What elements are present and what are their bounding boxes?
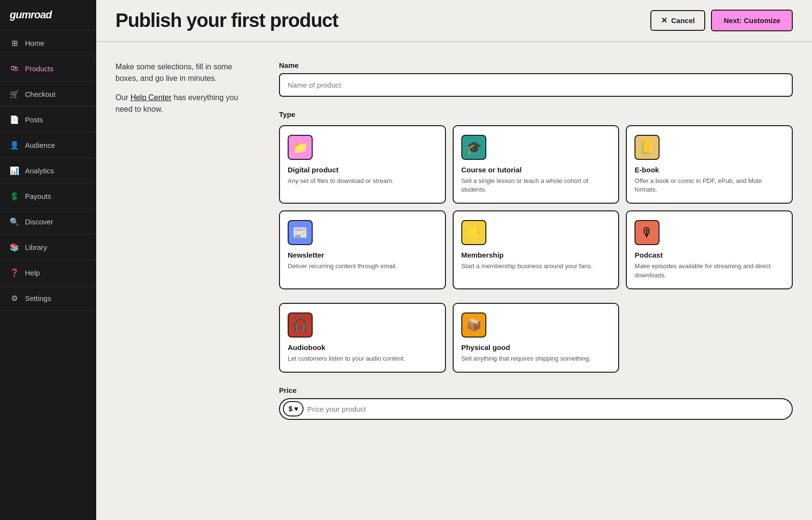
sidebar-item-library[interactable]: 📚 Library <box>0 234 96 260</box>
price-label: Price <box>279 386 793 394</box>
type-grid-bottom: 🎧 Audiobook Let customers listen to your… <box>279 303 793 373</box>
intro-text: Make some selections, fill in some boxes… <box>115 61 250 84</box>
type-name-course: Course or tutorial <box>461 166 611 174</box>
type-name-ebook: E-book <box>634 166 784 174</box>
sidebar-item-home[interactable]: ⊞ Home <box>0 30 96 56</box>
ebook-icon: 📒 <box>634 135 660 160</box>
sidebar-item-help[interactable]: ❓ Help <box>0 260 96 286</box>
sidebar-item-payouts[interactable]: 💲 Payouts <box>0 183 96 209</box>
type-desc-membership: Start a membership business around your … <box>461 262 611 271</box>
type-name-newsletter: Newsletter <box>288 251 437 259</box>
type-card-ebook[interactable]: 📒 E-book Offer a book or comic in PDF, e… <box>626 125 793 204</box>
payouts-icon: 💲 <box>10 191 19 201</box>
currency-symbol: $ <box>289 405 292 413</box>
type-card-physical[interactable]: 📦 Physical good Sell anything that requi… <box>453 303 620 373</box>
discover-icon: 🔍 <box>10 217 19 226</box>
type-label: Type <box>279 110 793 118</box>
type-desc-ebook: Offer a book or comic in PDF, ePub, and … <box>634 177 784 194</box>
checkout-icon: 🛒 <box>10 89 19 99</box>
sidebar-item-posts[interactable]: 📄 Posts <box>0 107 96 132</box>
audience-icon: 👤 <box>10 140 19 150</box>
type-desc-course: Sell a single lesson or teach a whole co… <box>461 177 611 194</box>
digital-icon: 📁 <box>288 135 313 160</box>
chevron-down-icon: ▾ <box>294 405 298 413</box>
sidebar-label-checkout: Checkout <box>25 90 55 98</box>
next-button[interactable]: Next: Customize <box>711 10 793 31</box>
type-desc-physical: Sell anything that requires shipping som… <box>461 354 611 363</box>
sidebar-item-discover[interactable]: 🔍 Discover <box>0 209 96 234</box>
help-icon: ❓ <box>10 268 19 277</box>
page-title: Publish your first product <box>115 10 338 31</box>
type-desc-digital: Any set of files to download or stream. <box>288 177 437 185</box>
membership-icon: ⭐ <box>461 220 486 245</box>
type-desc-newsletter: Deliver recurring content through email. <box>288 262 437 271</box>
right-panel: Name Type 📁 Digital product Any set of f… <box>279 61 793 501</box>
sidebar-item-products[interactable]: 🛍 Products <box>0 56 96 81</box>
sidebar-label-audience: Audience <box>25 141 55 149</box>
physical-icon: 📦 <box>461 312 486 338</box>
sidebar-item-analytics[interactable]: 📊 Analytics <box>0 158 96 183</box>
sidebar-item-settings[interactable]: ⚙ Settings <box>0 286 96 311</box>
content-area: Make some selections, fill in some boxes… <box>96 42 812 520</box>
cancel-button[interactable]: ✕ Cancel <box>650 10 705 31</box>
sidebar-label-settings: Settings <box>25 294 51 302</box>
type-name-physical: Physical good <box>461 343 611 351</box>
help-text: Our Help Center has everything you need … <box>115 92 250 115</box>
sidebar: gumroad ⊞ Home 🛍 Products 🛒 Checkout 📄 P… <box>0 0 96 520</box>
type-name-membership: Membership <box>461 251 611 259</box>
sidebar-label-products: Products <box>25 65 53 73</box>
type-name-digital: Digital product <box>288 166 437 174</box>
type-grid-top: 📁 Digital product Any set of files to do… <box>279 125 793 289</box>
audiobook-icon: 🎧 <box>288 312 313 338</box>
nav-list: ⊞ Home 🛍 Products 🛒 Checkout 📄 Posts 👤 A… <box>0 30 96 311</box>
price-input[interactable] <box>307 401 790 417</box>
name-label: Name <box>279 61 793 69</box>
type-card-audiobook[interactable]: 🎧 Audiobook Let customers listen to your… <box>279 303 446 373</box>
sidebar-label-help: Help <box>25 269 40 277</box>
sidebar-label-library: Library <box>25 243 47 251</box>
products-icon: 🛍 <box>10 64 19 73</box>
currency-selector[interactable]: $ ▾ <box>283 401 304 416</box>
sidebar-item-checkout[interactable]: 🛒 Checkout <box>0 81 96 107</box>
type-name-podcast: Podcast <box>634 251 784 259</box>
home-icon: ⊞ <box>10 38 19 48</box>
type-card-membership[interactable]: ⭐ Membership Start a membership business… <box>453 210 620 289</box>
sidebar-label-analytics: Analytics <box>25 167 54 175</box>
type-card-digital[interactable]: 📁 Digital product Any set of files to do… <box>279 125 446 204</box>
type-name-audiobook: Audiobook <box>288 343 437 351</box>
header-actions: ✕ Cancel Next: Customize <box>650 10 793 31</box>
cancel-icon: ✕ <box>661 16 667 25</box>
logo: gumroad <box>0 0 96 30</box>
type-desc-audiobook: Let customers listen to your audio conte… <box>288 354 437 363</box>
type-desc-podcast: Make episodes available for streaming an… <box>634 262 784 279</box>
main-area: Publish your first product ✕ Cancel Next… <box>96 0 812 520</box>
podcast-icon: 🎙 <box>634 220 660 245</box>
page-header: Publish your first product ✕ Cancel Next… <box>96 0 812 42</box>
library-icon: 📚 <box>10 242 19 252</box>
newsletter-icon: 📰 <box>288 220 313 245</box>
logo-text: gumroad <box>10 9 51 21</box>
type-card-newsletter[interactable]: 📰 Newsletter Deliver recurring content t… <box>279 210 446 289</box>
settings-icon: ⚙ <box>10 293 19 303</box>
sidebar-label-posts: Posts <box>25 116 43 124</box>
sidebar-item-audience[interactable]: 👤 Audience <box>0 132 96 158</box>
type-card-course[interactable]: 🎓 Course or tutorial Sell a single lesso… <box>453 125 620 204</box>
sidebar-label-payouts: Payouts <box>25 192 51 200</box>
help-center-link[interactable]: Help Center <box>130 93 171 102</box>
left-panel: Make some selections, fill in some boxes… <box>115 61 250 501</box>
price-row: $ ▾ <box>279 398 793 420</box>
type-card-podcast[interactable]: 🎙 Podcast Make episodes available for st… <box>626 210 793 289</box>
sidebar-label-home: Home <box>25 39 44 47</box>
sidebar-label-discover: Discover <box>25 218 53 226</box>
course-icon: 🎓 <box>461 135 486 160</box>
product-name-input[interactable] <box>279 73 793 97</box>
analytics-icon: 📊 <box>10 166 19 175</box>
posts-icon: 📄 <box>10 115 19 124</box>
